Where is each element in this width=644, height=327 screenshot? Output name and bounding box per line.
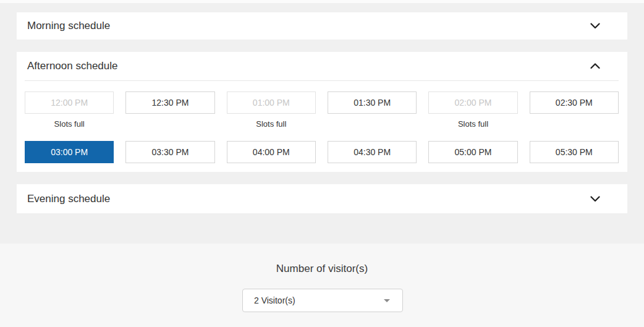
chevron-down-icon[interactable] (590, 20, 600, 32)
time-slot-12-00-pm: 12:00 PM (25, 91, 114, 114)
slot-note (328, 114, 417, 141)
slot-note: Slots full (227, 114, 316, 141)
chevron-down-icon[interactable] (590, 193, 600, 205)
visitors-dropdown-value: 2 Visitor(s) (254, 295, 295, 305)
evening-schedule-title: Evening schedule (27, 193, 110, 205)
morning-schedule-title: Morning schedule (27, 20, 110, 32)
afternoon-slots-grid: 12:00 PM12:30 PM01:00 PM01:30 PM02:00 PM… (17, 81, 627, 163)
time-slot-05-30-pm[interactable]: 05:30 PM (530, 141, 619, 163)
evening-schedule-section: Evening schedule (17, 184, 627, 213)
time-slot-05-00-pm[interactable]: 05:00 PM (428, 141, 517, 163)
afternoon-schedule-title: Afternoon schedule (27, 60, 118, 72)
morning-schedule-header[interactable]: Morning schedule (17, 12, 627, 40)
evening-schedule-header[interactable]: Evening schedule (17, 184, 627, 213)
visitors-dropdown[interactable]: 2 Visitor(s) (242, 289, 403, 312)
time-slot-03-30-pm[interactable]: 03:30 PM (125, 141, 214, 163)
morning-schedule-section: Morning schedule (17, 12, 627, 40)
time-slot-01-30-pm[interactable]: 01:30 PM (328, 91, 417, 114)
slot-note: Slots full (25, 114, 114, 141)
slot-note (125, 114, 214, 141)
time-slot-04-30-pm[interactable]: 04:30 PM (328, 141, 417, 163)
visitors-panel: Number of visitor(s) 2 Visitor(s) (0, 244, 644, 327)
time-slot-12-30-pm[interactable]: 12:30 PM (125, 91, 214, 114)
time-slot-02-30-pm[interactable]: 02:30 PM (530, 91, 619, 114)
slot-note (530, 114, 619, 141)
top-edge (0, 0, 644, 3)
time-slot-03-00-pm[interactable]: 03:00 PM (25, 141, 114, 163)
time-slot-02-00-pm: 02:00 PM (428, 91, 517, 114)
time-slot-01-00-pm: 01:00 PM (227, 91, 316, 114)
afternoon-schedule-header[interactable]: Afternoon schedule (17, 52, 627, 80)
slot-note: Slots full (428, 114, 517, 141)
chevron-up-icon[interactable] (590, 61, 600, 72)
visitors-label: Number of visitor(s) (0, 244, 644, 275)
afternoon-schedule-section: Afternoon schedule 12:00 PM12:30 PM01:00… (17, 52, 627, 172)
caret-down-icon (384, 299, 390, 302)
time-slot-04-00-pm[interactable]: 04:00 PM (227, 141, 316, 163)
